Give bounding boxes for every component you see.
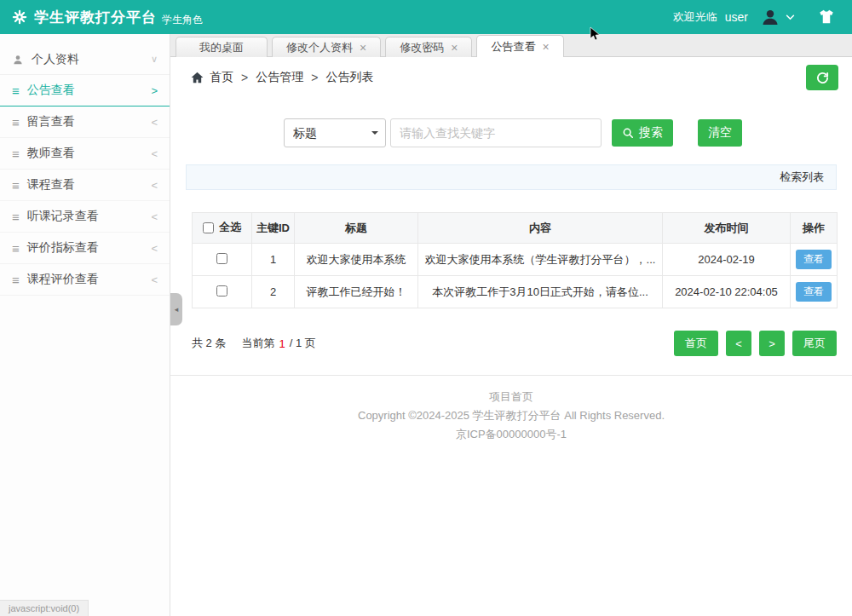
tab-edit-profile[interactable]: 修改个人资料 × — [272, 37, 381, 57]
clear-button[interactable]: 清空 — [698, 119, 742, 147]
breadcrumb-home[interactable]: 首页 — [210, 70, 233, 85]
menu-lines-icon: ≡ — [12, 83, 20, 98]
status-bar: javascript:void(0) — [0, 600, 89, 616]
welcome-text: 欢迎光临 — [673, 9, 717, 25]
search-field-select-wrap: 标题 — [284, 118, 386, 147]
cell-time: 2024-02-19 — [663, 244, 791, 276]
chevron-left-icon: < — [151, 116, 158, 129]
sidebar-item-evaluation-index-view[interactable]: ≡ 评价指标查看 < — [0, 233, 170, 264]
search-keyword-input[interactable] — [390, 118, 602, 147]
search-toolbar: 标题 搜索 清空 — [170, 118, 852, 147]
refresh-button[interactable] — [806, 65, 838, 90]
user-avatar-icon[interactable] — [760, 7, 780, 27]
sidebar-item-label: 教师查看 — [27, 146, 75, 161]
menu-lines-icon: ≡ — [12, 241, 20, 256]
sidebar-item-notice-view[interactable]: ≡ 公告查看 > — [0, 75, 170, 107]
footer-copyright: Copyright ©2024-2025 学生评教打分平台 All Rights… — [170, 406, 852, 425]
tab-notice-view[interactable]: 公告查看 × — [476, 35, 563, 57]
cell-title: 评教工作已经开始！ — [295, 276, 418, 308]
sidebar-menu: ≡ 公告查看 > ≡ 留言查看 < ≡ 教师查看 < ≡ 课程查看 < ≡ 听课… — [0, 75, 170, 296]
menu-lines-icon: ≡ — [12, 178, 20, 193]
breadcrumb-current: 公告列表 — [325, 70, 373, 85]
cell-title: 欢迎大家使用本系统 — [295, 244, 418, 276]
column-header-title: 标题 — [295, 213, 418, 244]
breadcrumb-separator: > — [241, 71, 248, 84]
app-title: 学生评教打分平台 — [34, 8, 157, 27]
announcement-table: 全选 主键ID 标题 内容 发布时间 操作 1 欢迎大家使用本系统 欢迎大家使用… — [192, 212, 838, 308]
close-icon[interactable]: × — [451, 42, 458, 54]
view-button[interactable]: 查看 — [796, 250, 832, 269]
close-icon[interactable]: × — [360, 42, 366, 54]
select-all-label: 全选 — [219, 220, 241, 235]
select-all-checkbox[interactable] — [203, 222, 214, 233]
tab-change-password[interactable]: 修改密码 × — [385, 37, 472, 57]
person-icon — [12, 54, 24, 66]
tab-my-desktop[interactable]: 我的桌面 — [176, 37, 268, 57]
sidebar-item-label: 个人资料 — [32, 52, 79, 67]
cell-content: 欢迎大家使用本系统（学生评教打分平台），... — [418, 244, 663, 276]
view-button[interactable]: 查看 — [796, 282, 832, 302]
row-checkbox[interactable] — [216, 285, 227, 296]
sidebar-item-course-view[interactable]: ≡ 课程查看 < — [0, 170, 170, 201]
sidebar-item-lecture-record-view[interactable]: ≡ 听课记录查看 < — [0, 201, 170, 233]
status-bar-text: javascript:void(0) — [9, 603, 79, 613]
sidebar-item-label: 公告查看 — [27, 83, 75, 98]
app-logo-gear-icon — [12, 9, 27, 25]
breadcrumb: 首页 > 公告管理 > 公告列表 — [170, 57, 852, 98]
chevron-down-icon: ∨ — [151, 54, 158, 65]
refresh-icon — [815, 71, 830, 85]
sidebar-item-course-evaluation-view[interactable]: ≡ 课程评价查看 < — [0, 264, 170, 296]
pagination: 共 2 条 当前第 1 / 1 页 首页 < > 尾页 — [192, 331, 837, 356]
table-row: 1 欢迎大家使用本系统 欢迎大家使用本系统（学生评教打分平台），... 2024… — [193, 244, 838, 276]
collapse-arrow-icon: ◂ — [175, 305, 179, 314]
cell-time: 2024-02-10 22:04:05 — [663, 276, 791, 308]
footer-home-link[interactable]: 项目首页 — [489, 390, 533, 403]
sidebar-item-label: 评价指标查看 — [27, 240, 99, 256]
pagination-current-page: 1 — [279, 337, 285, 350]
chevron-left-icon: < — [151, 179, 158, 192]
main-content: 我的桌面 修改个人资料 × 修改密码 × 公告查看 × 首页 > 公告管理 > … — [170, 34, 852, 616]
tab-label: 我的桌面 — [199, 40, 244, 55]
menu-lines-icon: ≡ — [12, 210, 20, 224]
pagination-current-suffix: / 1 页 — [290, 336, 316, 351]
footer-icp: 京ICP备00000000号-1 — [170, 425, 852, 444]
cell-id: 1 — [252, 244, 295, 276]
sidebar-item-label: 课程查看 — [27, 177, 75, 193]
tab-label: 公告查看 — [491, 39, 535, 55]
column-header-time: 发布时间 — [663, 213, 791, 244]
close-icon[interactable]: × — [542, 41, 549, 53]
row-checkbox[interactable] — [216, 253, 227, 264]
chevron-down-icon[interactable] — [786, 14, 795, 20]
breadcrumb-separator: > — [311, 71, 318, 84]
prev-page-button[interactable]: < — [726, 331, 751, 356]
table-row: 2 评教工作已经开始！ 本次评教工作于3月10日正式开始，请各位... 2024… — [193, 276, 838, 308]
search-field-select[interactable]: 标题 — [284, 118, 386, 147]
first-page-button[interactable]: 首页 — [674, 331, 718, 356]
chevron-left-icon: < — [151, 242, 158, 255]
list-header-bar: 检索列表 — [186, 164, 837, 190]
menu-lines-icon: ≡ — [12, 115, 20, 130]
tab-bar: 我的桌面 修改个人资料 × 修改密码 × 公告查看 × — [170, 34, 852, 57]
search-button[interactable]: 搜索 — [612, 119, 673, 147]
cell-content: 本次评教工作于3月10日正式开始，请各位... — [418, 276, 663, 308]
sidebar-item-teacher-view[interactable]: ≡ 教师查看 < — [0, 138, 170, 170]
cell-id: 2 — [252, 276, 295, 308]
table-header-row: 全选 主键ID 标题 内容 发布时间 操作 — [193, 213, 838, 244]
last-page-button[interactable]: 尾页 — [792, 331, 837, 356]
theme-shirt-icon[interactable] — [818, 9, 835, 25]
sidebar-item-label: 听课记录查看 — [27, 209, 99, 224]
sidebar-collapse-handle[interactable]: ◂ — [170, 293, 182, 325]
tab-label: 修改密码 — [400, 40, 444, 55]
next-page-button[interactable]: > — [759, 331, 785, 356]
username: user — [725, 10, 748, 24]
sidebar-item-message-view[interactable]: ≡ 留言查看 < — [0, 107, 170, 138]
sidebar-item-label: 课程评价查看 — [27, 272, 99, 287]
chevron-left-icon: < — [151, 210, 158, 223]
pagination-total: 共 2 条 — [192, 336, 226, 351]
breadcrumb-notice-manage[interactable]: 公告管理 — [256, 70, 303, 85]
menu-lines-icon: ≡ — [12, 147, 20, 161]
chevron-left-icon: < — [151, 147, 158, 160]
page-footer: 项目首页 Copyright ©2024-2025 学生评教打分平台 All R… — [170, 375, 852, 444]
sidebar-item-profile[interactable]: 个人资料 ∨ — [0, 44, 170, 75]
clear-button-label: 清空 — [708, 125, 732, 141]
